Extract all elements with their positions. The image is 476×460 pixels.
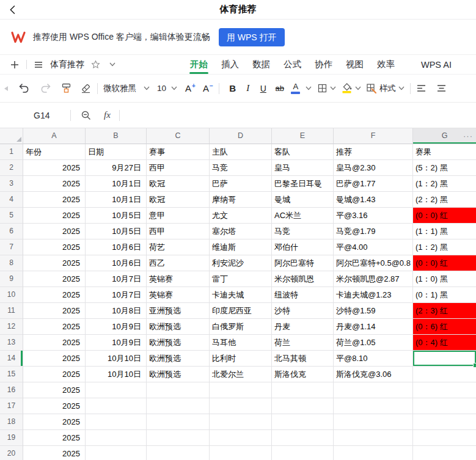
font-size-dropdown[interactable]: 10	[157, 84, 177, 93]
cell-B15[interactable]: 10月10日	[86, 367, 147, 382]
cell-G1[interactable]: 赛果	[413, 144, 476, 160]
format-painter-button[interactable]	[60, 82, 72, 94]
cell-E10[interactable]: 纽波特	[272, 287, 334, 303]
cell-E1[interactable]: 客队	[272, 144, 334, 160]
cell-E13[interactable]: 荷兰	[272, 335, 334, 351]
cell-A5[interactable]: 2025	[23, 208, 86, 224]
cell-F16[interactable]	[334, 382, 413, 398]
cell-G8[interactable]: (0：0) 红	[413, 255, 476, 271]
cell-B5[interactable]: 10月5日	[86, 208, 147, 224]
cell-C18[interactable]	[147, 414, 210, 430]
cell-A20[interactable]: 2025	[23, 446, 86, 460]
cell-C16[interactable]	[147, 382, 210, 398]
cell-G3[interactable]: (1：2) 黑	[413, 176, 476, 192]
cell-E7[interactable]: 邓伯什	[272, 239, 334, 255]
row-header-7[interactable]: 7	[0, 239, 23, 255]
cell-F19[interactable]	[334, 430, 413, 446]
cell-B3[interactable]: 10月1日	[86, 176, 147, 192]
row-header-19[interactable]: 19	[0, 430, 23, 446]
cell-D12[interactable]: 白俄罗斯	[210, 319, 272, 335]
cell-B11[interactable]: 10月8日	[86, 303, 147, 319]
cell-C14[interactable]: 欧洲预选	[147, 351, 210, 367]
cell-F7[interactable]: 平@4.00	[334, 239, 413, 255]
cell-C4[interactable]: 欧冠	[147, 192, 210, 208]
cell-E15[interactable]: 斯洛伐克	[272, 367, 334, 382]
row-header-2[interactable]: 2	[0, 160, 23, 176]
cell-G19[interactable]	[413, 430, 476, 446]
cell-D6[interactable]: 塞尔塔	[210, 224, 272, 239]
cell-C10[interactable]: 英锦赛	[147, 287, 210, 303]
cell-B2[interactable]: 9月27日	[86, 160, 147, 176]
col-header-A[interactable]: A	[23, 128, 86, 144]
col-header-E[interactable]: E	[272, 128, 334, 144]
cell-A12[interactable]: 2025	[23, 319, 86, 335]
cell-A1[interactable]: 年份	[23, 144, 86, 160]
cell-A19[interactable]: 2025	[23, 430, 86, 446]
row-header-16[interactable]: 16	[0, 382, 23, 398]
cell-A11[interactable]: 2025	[23, 303, 86, 319]
cell-G5[interactable]: (0：0) 红	[413, 208, 476, 224]
row-header-12[interactable]: 12	[0, 319, 23, 335]
cell-B20[interactable]	[86, 446, 147, 460]
italic-button[interactable]: I	[241, 83, 255, 93]
row-header-9[interactable]: 9	[0, 271, 23, 287]
col-header-G[interactable]: G ···	[413, 128, 476, 144]
cell-D20[interactable]	[210, 446, 272, 460]
cell-A8[interactable]: 2025	[23, 255, 86, 271]
cell-C1[interactable]: 赛事	[147, 144, 210, 160]
cell-F1[interactable]: 推荐	[334, 144, 413, 160]
cell-A17[interactable]: 2025	[23, 398, 86, 414]
zoom-out-button[interactable]	[81, 110, 92, 121]
cell-F11[interactable]: 沙特@1.59	[334, 303, 413, 319]
select-all-corner[interactable]	[0, 128, 23, 144]
new-sheet-button[interactable]	[10, 60, 20, 70]
favorite-button[interactable]	[91, 60, 100, 69]
cell-C8[interactable]: 西乙	[147, 255, 210, 271]
tab-视图[interactable]: 视图	[339, 55, 370, 74]
cell-A3[interactable]: 2025	[23, 176, 86, 192]
cell-style-button[interactable]: 样式	[366, 83, 405, 94]
cell-C2[interactable]: 西甲	[147, 160, 210, 176]
row-header-1[interactable]: 1	[0, 144, 23, 160]
title-dropdown-button[interactable]	[107, 62, 115, 67]
cell-D19[interactable]	[210, 430, 272, 446]
cell-C11[interactable]: 亚洲预选	[147, 303, 210, 319]
formula-input[interactable]	[120, 103, 476, 128]
cell-E17[interactable]	[272, 398, 334, 414]
cell-C3[interactable]: 欧冠	[147, 176, 210, 192]
fill-color-button[interactable]	[342, 82, 361, 94]
cell-E19[interactable]	[272, 430, 334, 446]
cell-D18[interactable]	[210, 414, 272, 430]
cell-E8[interactable]: 阿尔巴塞特	[272, 255, 334, 271]
cell-F2[interactable]: 皇马@2.30	[334, 160, 413, 176]
tab-协作[interactable]: 协作	[308, 55, 339, 74]
cell-F14[interactable]: 平@8.10	[334, 351, 413, 367]
cell-A16[interactable]: 2025	[23, 382, 86, 398]
cell-E18[interactable]	[272, 414, 334, 430]
cell-C13[interactable]: 欧洲预选	[147, 335, 210, 351]
cell-C17[interactable]	[147, 398, 210, 414]
align-left-button[interactable]	[416, 84, 427, 93]
cell-E14[interactable]: 北马其顿	[272, 351, 334, 367]
tab-wps-ai[interactable]: WPS AI	[401, 55, 458, 74]
back-button[interactable]	[6, 3, 20, 16]
cell-C12[interactable]: 欧洲预选	[147, 319, 210, 335]
cell-F20[interactable]	[334, 446, 413, 460]
cell-B7[interactable]: 10月6日	[86, 239, 147, 255]
cell-D4[interactable]: 摩纳哥	[210, 192, 272, 208]
cell-A6[interactable]: 2025	[23, 224, 86, 239]
row-header-11[interactable]: 11	[0, 303, 23, 319]
cell-F12[interactable]: 丹麦@1.14	[334, 319, 413, 335]
row-header-4[interactable]: 4	[0, 192, 23, 208]
cell-G7[interactable]: (1：2) 黑	[413, 239, 476, 255]
cell-D1[interactable]: 主队	[210, 144, 272, 160]
cell-D8[interactable]: 利安泥沙	[210, 255, 272, 271]
insert-function-button[interactable]: fx	[104, 110, 111, 120]
cell-A15[interactable]: 2025	[23, 367, 86, 382]
cell-D7[interactable]: 维迪斯	[210, 239, 272, 255]
cell-G15[interactable]	[413, 367, 476, 382]
strikethrough-button[interactable]: ab	[271, 84, 288, 93]
cell-G6[interactable]: (1：1) 黑	[413, 224, 476, 239]
cell-D2[interactable]: 马竞	[210, 160, 272, 176]
cell-B8[interactable]: 10月6日	[86, 255, 147, 271]
